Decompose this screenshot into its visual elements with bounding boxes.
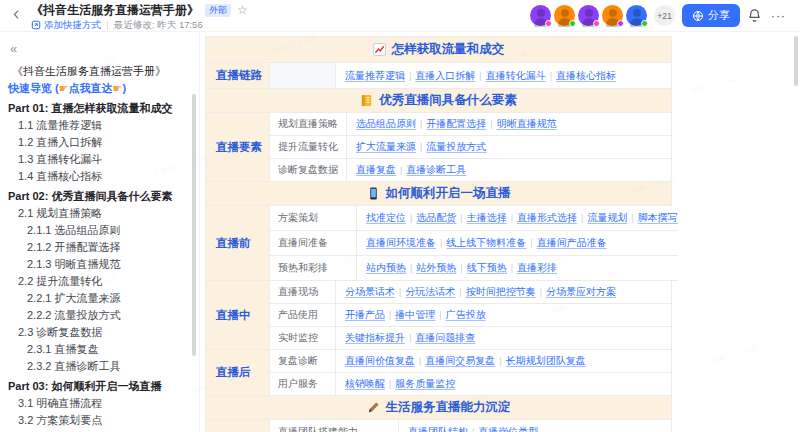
avatar[interactable] xyxy=(554,5,575,26)
doc-link[interactable]: 长期规划团队复盘 xyxy=(506,354,586,368)
doc-link[interactable]: 直播间价值复盘 xyxy=(345,354,415,368)
row-links: 直播间环境准备|线上线下物料准备|直播间产品准备 xyxy=(357,231,678,256)
doc-link[interactable]: 找准定位 xyxy=(366,211,406,225)
doc-link[interactable]: 直播核心指标 xyxy=(556,69,616,83)
doc-link[interactable]: 直播彩排 xyxy=(517,261,557,275)
doc-link[interactable]: 关键指标提升 xyxy=(345,331,405,345)
doc-link[interactable]: 直播间交易复盘 xyxy=(425,354,495,368)
collaborator-overflow-badge[interactable]: +21 xyxy=(654,5,675,26)
doc-link[interactable]: 分场景应对方案 xyxy=(546,285,616,299)
outline-item[interactable]: 2.3.1 直播复盘 xyxy=(0,341,199,358)
outline-item[interactable]: 2.2.2 流量投放方式 xyxy=(0,307,199,324)
doc-link[interactable]: 线上线下物料准备 xyxy=(446,236,526,250)
outline-item[interactable]: 2.3.2 直播诊断工具 xyxy=(0,358,199,375)
link-separator: | xyxy=(530,238,532,248)
outline-item[interactable]: 2.3 诊断复盘数据 xyxy=(0,324,199,341)
add-shortcut-button[interactable]: 添加快捷方式 xyxy=(31,19,101,32)
outline-item[interactable]: 1.1 流量推荐逻辑 xyxy=(0,117,199,134)
doc-link[interactable]: 直播岗位类型 xyxy=(478,425,538,432)
doc-link[interactable]: 服务质量监控 xyxy=(395,377,455,391)
star-icon[interactable]: ☆ xyxy=(237,4,248,16)
topbar-right: +21 分享 ··· xyxy=(530,4,788,27)
doc-link[interactable]: 站外预热 xyxy=(416,261,456,275)
link-separator: | xyxy=(460,263,462,273)
quick-nav-cta: 点我直达 xyxy=(69,82,113,94)
doc-link[interactable]: 直播转化漏斗 xyxy=(486,69,546,83)
doc-link[interactable]: 核销唤醒 xyxy=(345,377,385,391)
globe-icon xyxy=(692,10,704,22)
outline-item[interactable]: 2.1.1 选品组品原则 xyxy=(0,222,199,239)
avatar[interactable] xyxy=(602,5,623,26)
section-header: 如何顺利开启一场直播 xyxy=(205,182,672,206)
outline-item[interactable]: 3.2 方案策划要点 xyxy=(0,412,199,429)
row-links: 扩大流量来源|流量投放方式 xyxy=(347,136,671,159)
doc-link[interactable]: 线下预热 xyxy=(467,261,507,275)
add-shortcut-label: 添加快捷方式 xyxy=(44,19,101,32)
avatar[interactable] xyxy=(530,5,551,26)
row-links: 分场景话术|分玩法话术|按时间把控节奏|分场景应对方案 xyxy=(336,281,671,304)
outline-item[interactable]: 1.2 直播入口拆解 xyxy=(0,134,199,151)
status-dot xyxy=(617,20,624,27)
page-scrollbar[interactable] xyxy=(794,36,798,86)
outline-item[interactable]: 1.4 直播核心指标 xyxy=(0,168,199,185)
doc-link[interactable]: 主播选择 xyxy=(467,211,507,225)
doc-link[interactable]: 直播问题排查 xyxy=(415,331,475,345)
doc-link[interactable]: 播中管理 xyxy=(395,308,435,322)
doc-link[interactable]: 分玩法话术 xyxy=(405,285,455,299)
outline-item[interactable]: 2.2.1 扩大流量来源 xyxy=(0,290,199,307)
doc-link[interactable]: 站内预热 xyxy=(366,261,406,275)
outline-item[interactable]: 1.3 直播转化漏斗 xyxy=(0,151,199,168)
status-dot xyxy=(641,20,648,27)
share-button[interactable]: 分享 xyxy=(682,4,740,27)
section-header: 生活服务直播能力沉淀 xyxy=(205,396,672,420)
sidebar-scrollbar[interactable] xyxy=(192,94,196,356)
avatar[interactable] xyxy=(578,5,599,26)
more-menu-icon[interactable]: ··· xyxy=(769,9,788,23)
doc-link[interactable]: 流量投放方式 xyxy=(426,140,486,154)
doc-link[interactable]: 直播诊断工具 xyxy=(406,163,466,177)
doc-link[interactable]: 扩大流量来源 xyxy=(356,140,416,154)
doc-link[interactable]: 开播产品 xyxy=(345,308,385,322)
doc-link[interactable]: 直播复盘 xyxy=(356,163,396,177)
row-links: 直播间价值复盘|直播间交易复盘|长期规划团队复盘 xyxy=(336,350,671,373)
avatar[interactable] xyxy=(626,5,647,26)
doc-link[interactable]: 直播团队结构 xyxy=(408,425,468,432)
doc-link[interactable]: 直播间环境准备 xyxy=(366,236,436,250)
doc-link[interactable]: 流量推荐逻辑 xyxy=(345,69,405,83)
outline-item[interactable]: 2.1.2 开播配置选择 xyxy=(0,239,199,256)
row-subcategory: 产品使用 xyxy=(269,304,336,327)
notification-bell-icon[interactable] xyxy=(747,8,762,23)
outline-item[interactable]: Part 03: 如何顺利开启一场直播 xyxy=(0,378,199,395)
doc-link[interactable]: 脚本撰写 xyxy=(638,211,678,225)
outline-item[interactable]: 《抖音生活服务直播运营手册》 xyxy=(0,63,199,80)
outline-item[interactable]: 2.1.3 明晰直播规范 xyxy=(0,256,199,273)
doc-link[interactable]: 按时间把控节奏 xyxy=(466,285,536,299)
doc-link[interactable]: 广告投放 xyxy=(446,308,486,322)
outline-quick-nav[interactable]: 快速导览 (☛点我直达☛) xyxy=(0,80,199,97)
doc-link[interactable]: 直播入口拆解 xyxy=(415,69,475,83)
mobile-phone-icon xyxy=(367,187,380,200)
doc-link[interactable]: 选品配货 xyxy=(416,211,456,225)
outline-item[interactable]: 2.1 规划直播策略 xyxy=(0,205,199,222)
doc-link[interactable]: 分场景话术 xyxy=(345,285,395,299)
doc-link[interactable]: 明晰直播规范 xyxy=(497,117,557,131)
collapse-sidebar-icon[interactable]: « xyxy=(0,41,199,56)
ledger-icon xyxy=(360,94,373,107)
link-separator: | xyxy=(439,310,441,320)
section-title: 如何顺利开启一场直播 xyxy=(386,185,511,202)
table-group: 直播链路流量推荐逻辑|直播入口拆解|直播转化漏斗|直播核心指标 xyxy=(205,63,672,89)
outline-item[interactable]: Part 01: 直播怎样获取流量和成交 xyxy=(0,100,199,117)
doc-link[interactable]: 选品组品原则 xyxy=(356,117,416,131)
outline-list: 《抖音生活服务直播运营手册》快速导览 (☛点我直达☛)Part 01: 直播怎样… xyxy=(0,63,199,432)
link-separator: | xyxy=(540,287,542,297)
back-icon[interactable] xyxy=(10,7,23,25)
outline-item[interactable]: Part 02: 优秀直播间具备什么要素 xyxy=(0,188,199,205)
doc-link[interactable]: 开播配置选择 xyxy=(426,117,486,131)
doc-link[interactable]: 直播间产品准备 xyxy=(537,236,607,250)
quick-nav-prefix: 快速导览 ( xyxy=(8,82,59,94)
doc-link[interactable]: 直播形式选择 xyxy=(517,211,577,225)
link-separator: | xyxy=(499,356,501,366)
outline-item[interactable]: 2.2 提升流量转化 xyxy=(0,273,199,290)
doc-link[interactable]: 流量规划 xyxy=(587,211,627,225)
outline-item[interactable]: 3.1 明确直播流程 xyxy=(0,395,199,412)
